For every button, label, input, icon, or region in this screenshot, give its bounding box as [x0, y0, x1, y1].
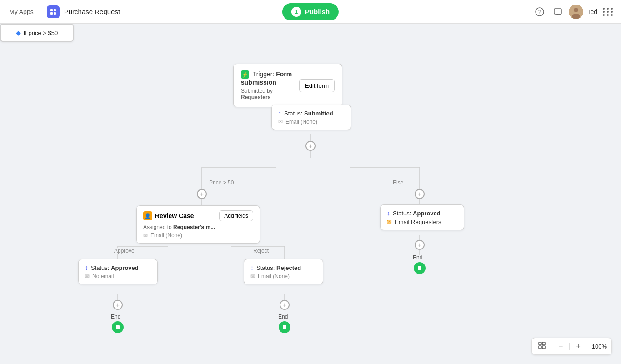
status-approved-left-node[interactable]: ↕ Status: Approved ✉ No email — [78, 259, 158, 284]
trigger-subtitle: Submitted by Requesters — [241, 88, 299, 100]
rejected-email-label: Email (None) — [258, 273, 290, 279]
svg-rect-2 — [50, 12, 53, 15]
rejected-email-icon: ✉ — [250, 273, 255, 279]
approved-status-label: Status: Approved — [91, 264, 139, 271]
svg-rect-6 — [554, 9, 561, 14]
zoom-out-button[interactable]: − — [557, 341, 565, 351]
svg-point-9 — [572, 14, 580, 19]
grid-menu-button[interactable] — [601, 6, 616, 18]
avatar — [569, 5, 583, 19]
grid-dot — [603, 8, 605, 10]
grid-dot — [603, 14, 605, 16]
svg-rect-29 — [418, 266, 421, 270]
end-label-left: End — [111, 314, 120, 320]
svg-rect-33 — [542, 346, 545, 349]
email-requesters-label: Email Requesters — [395, 219, 441, 225]
rejected-arrows-icon: ↕ — [250, 264, 254, 271]
add-step-button-right[interactable]: + — [415, 189, 425, 199]
status-approved-right-node[interactable]: ↕ Status: Approved ✉ Email Requesters — [380, 204, 464, 230]
add-step-button-reject[interactable]: + — [280, 300, 290, 310]
app-icon — [47, 5, 60, 18]
svg-text:?: ? — [538, 9, 541, 15]
svg-rect-30 — [539, 342, 541, 345]
add-step-button-left[interactable]: + — [197, 189, 207, 199]
email-icon: ✉ — [278, 119, 283, 125]
svg-point-8 — [574, 8, 578, 12]
workflow-canvas: ⚡ Trigger: Form submission Submitted by … — [0, 24, 621, 364]
lightning-icon: ⚡ — [241, 70, 249, 79]
zoom-level-label: 100% — [592, 343, 607, 350]
svg-rect-32 — [539, 346, 541, 349]
svg-rect-1 — [54, 9, 56, 11]
zoom-divider-1 — [552, 343, 552, 350]
fit-view-button[interactable] — [536, 341, 547, 352]
trigger-info: ⚡ Trigger: Form submission Submitted by … — [241, 70, 299, 100]
review-person-icon: 👤 — [143, 211, 152, 220]
zoom-divider-2 — [569, 343, 570, 350]
reject-branch-label: Reject — [251, 248, 270, 254]
email-requesters-row: ✉ Email Requesters — [387, 219, 457, 225]
rejected-status-label: Status: Rejected — [256, 264, 301, 271]
assigned-value: Requester's m... — [173, 224, 215, 230]
else-branch-label: Else — [391, 180, 405, 186]
svg-rect-3 — [54, 12, 56, 15]
email-requesters-icon: ✉ — [387, 219, 392, 225]
add-step-button-approve[interactable]: + — [113, 300, 123, 310]
grid-dot — [611, 11, 613, 13]
help-button[interactable]: ? — [532, 5, 547, 19]
trigger-prefix: Trigger: — [253, 70, 276, 78]
status-rejected-node[interactable]: ↕ Status: Rejected ✉ Email (None) — [244, 259, 323, 284]
trigger-node[interactable]: ⚡ Trigger: Form submission Submitted by … — [233, 64, 342, 107]
end-label-right: End — [413, 254, 422, 261]
review-email-icon: ✉ — [143, 232, 148, 239]
grid-dot — [607, 11, 609, 13]
review-email-row: ✉ Email (None) — [143, 232, 253, 239]
svg-rect-27 — [116, 325, 120, 329]
submitted-by-value: Requesters — [241, 94, 270, 100]
publish-area: 1 Publish — [282, 3, 339, 20]
end-circle-center — [279, 321, 290, 333]
review-header: 👤 Review Case Add fields — [143, 210, 253, 221]
submitted-by-prefix: Submitted by — [241, 88, 273, 94]
else-approved-status-label: Status: Approved — [393, 210, 441, 217]
status-submitted-node[interactable]: ↕ Status: Submitted ✉ Email (None) — [271, 105, 351, 130]
assigned-prefix: Assigned to — [143, 224, 173, 230]
grid-dot — [603, 11, 605, 13]
grid-dot — [611, 14, 613, 16]
assigned-to-text: Assigned to Requester's m... — [143, 224, 253, 230]
grid-dot — [607, 14, 609, 16]
end-circle-left — [112, 321, 124, 333]
review-case-node[interactable]: 👤 Review Case Add fields Assigned to Req… — [136, 205, 260, 244]
status-arrows-icon: ↕ — [278, 110, 281, 117]
grid-dot — [607, 8, 609, 10]
price-branch-label: Price > 50 — [207, 180, 235, 186]
rejected-email-row: ✉ Email (None) — [250, 273, 316, 279]
approved-arrows-icon: ↕ — [85, 264, 88, 271]
app-title: Purchase Request — [64, 8, 120, 15]
condition-node[interactable]: ◆ If price > $50 — [0, 24, 74, 42]
my-apps-link[interactable]: My Apps — [5, 6, 37, 17]
publish-label: Publish — [305, 8, 330, 15]
header-right: ? Ted — [532, 5, 616, 19]
diamond-icon: ◆ — [16, 29, 21, 36]
no-email-label: No email — [92, 273, 114, 279]
zoom-in-button[interactable]: + — [574, 341, 582, 351]
add-step-button-else[interactable]: + — [415, 240, 425, 250]
end-label-center: End — [278, 314, 288, 320]
publish-count: 1 — [291, 7, 301, 17]
else-approved-arrows-icon: ↕ — [387, 209, 390, 217]
review-case-label: Review Case — [155, 212, 194, 219]
approved-status-row: ↕ Status: Approved — [85, 264, 151, 271]
edit-form-button[interactable]: Edit form — [299, 79, 335, 92]
rejected-status-row: ↕ Status: Rejected — [250, 264, 316, 271]
app-header: My Apps Purchase Request 1 Publish ? Ted — [0, 0, 621, 24]
no-email-row: ✉ No email — [85, 273, 151, 279]
end-circle-right — [414, 262, 426, 274]
chat-button[interactable] — [551, 5, 565, 19]
svg-rect-28 — [283, 325, 286, 329]
add-step-button-1[interactable]: + — [305, 141, 316, 151]
publish-button[interactable]: 1 Publish — [282, 3, 339, 20]
review-title: 👤 Review Case — [143, 211, 194, 220]
approve-branch-label: Approve — [112, 248, 136, 254]
add-fields-button[interactable]: Add fields — [219, 210, 253, 221]
